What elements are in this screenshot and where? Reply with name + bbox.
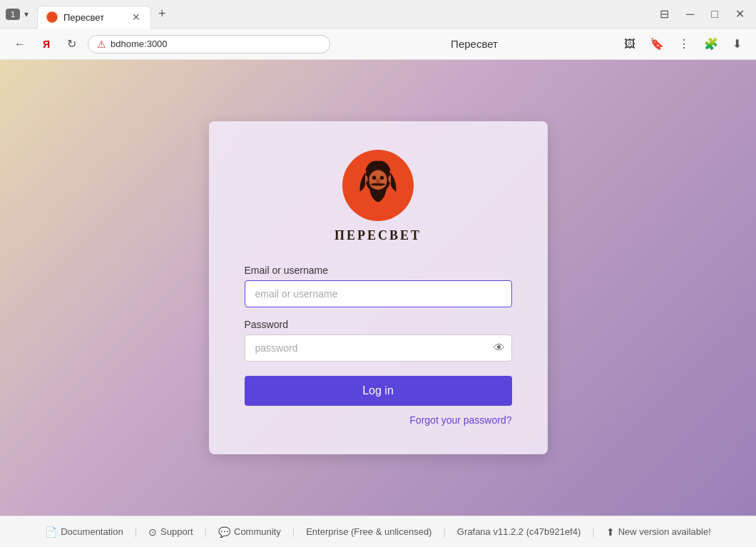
window-maximize-btn[interactable]: □ xyxy=(705,5,724,24)
new-version-icon: ⬆ xyxy=(606,526,615,538)
tab-close-btn[interactable]: ✕ xyxy=(131,12,142,22)
enterprise-label: Enterprise (Free & unlicensed) xyxy=(306,526,431,537)
refresh-btn[interactable]: ↻ xyxy=(61,34,82,53)
show-password-btn[interactable]: 👁 xyxy=(494,342,505,354)
email-input[interactable] xyxy=(245,280,512,307)
version-link[interactable]: Grafana v11.2.2 (c47b921ef4) xyxy=(446,526,592,537)
form-container: Email or username Password 👁 Log in Forg… xyxy=(245,265,512,426)
email-label: Email or username xyxy=(245,265,512,276)
support-link[interactable]: ⊙ Support xyxy=(137,526,205,538)
svg-point-4 xyxy=(372,176,376,180)
password-label: Password xyxy=(245,319,512,330)
logo-container: ПЕРЕСВЕТ xyxy=(334,150,422,243)
svg-point-5 xyxy=(380,176,384,180)
svg-point-0 xyxy=(47,12,57,22)
active-tab[interactable]: Пересвет ✕ xyxy=(37,6,151,29)
documentation-label: Documentation xyxy=(61,526,123,537)
forgot-password-link[interactable]: Forgot your password? xyxy=(245,414,512,426)
enterprise-link[interactable]: Enterprise (Free & unlicensed) xyxy=(295,526,443,537)
tab-favicon xyxy=(46,11,58,23)
window-close-btn[interactable]: ✕ xyxy=(730,4,750,24)
community-label: Community xyxy=(234,526,281,537)
extensions-btn[interactable]: 🧩 xyxy=(698,33,724,55)
tab-dropdown-btn[interactable]: ▾ xyxy=(21,8,31,21)
login-card: ПЕРЕСВЕТ Email or username Password 👁 xyxy=(209,121,548,454)
support-icon: ⊙ xyxy=(148,526,157,538)
security-warning-icon: ⚠ xyxy=(97,39,106,50)
support-label: Support xyxy=(160,526,193,537)
password-form-group: Password 👁 xyxy=(245,319,512,362)
logo-svg xyxy=(346,153,410,218)
documentation-icon: 📄 xyxy=(45,526,57,538)
tab-counter: 1 xyxy=(6,9,20,20)
back-btn[interactable]: ← xyxy=(9,35,31,53)
new-tab-btn[interactable]: + xyxy=(154,5,170,23)
community-link[interactable]: 💬 Community xyxy=(207,526,292,538)
version-label: Grafana v11.2.2 (c47b921ef4) xyxy=(457,526,581,537)
address-bar: ← Я ↻ ⚠ bdhome:3000 Пересвет 🖼 🔖 ⋮ 🧩 ⬇ xyxy=(0,29,756,60)
yandex-btn[interactable]: Я xyxy=(37,36,56,53)
window-minimize-btn[interactable]: ─ xyxy=(680,5,700,24)
address-input-wrapper[interactable]: ⚠ bdhome:3000 xyxy=(88,35,330,53)
password-wrapper: 👁 xyxy=(245,334,512,362)
window-tile-btn[interactable]: ⊟ xyxy=(654,4,675,24)
download-btn[interactable]: ⬇ xyxy=(727,33,747,55)
logo-text: ПЕРЕСВЕТ xyxy=(334,228,422,243)
main-area: ПЕРЕСВЕТ Email or username Password 👁 xyxy=(0,60,756,516)
page-content: ПЕРЕСВЕТ Email or username Password 👁 xyxy=(0,60,756,547)
footer: 📄 Documentation | ⊙ Support | 💬 Communit… xyxy=(0,516,756,547)
tab-title: Пересвет xyxy=(63,12,125,23)
bookmark-btn[interactable]: 🔖 xyxy=(644,33,670,55)
tab-bar: 1 ▾ Пересвет ✕ + ⊟ ─ □ ✕ xyxy=(0,0,756,29)
new-version-link[interactable]: ⬆ New version available! xyxy=(595,526,722,538)
profile-btn[interactable]: 🖼 xyxy=(618,34,641,55)
new-version-label: New version available! xyxy=(618,526,711,537)
page-title-center: Пересвет xyxy=(336,38,613,50)
community-icon: 💬 xyxy=(218,526,230,538)
logo-circle xyxy=(342,150,414,221)
address-display: bdhome:3000 xyxy=(111,39,321,49)
menu-btn[interactable]: ⋮ xyxy=(673,33,695,55)
password-input[interactable] xyxy=(245,334,512,362)
documentation-link[interactable]: 📄 Documentation xyxy=(34,526,134,538)
login-button[interactable]: Log in xyxy=(245,376,512,406)
email-form-group: Email or username xyxy=(245,265,512,307)
